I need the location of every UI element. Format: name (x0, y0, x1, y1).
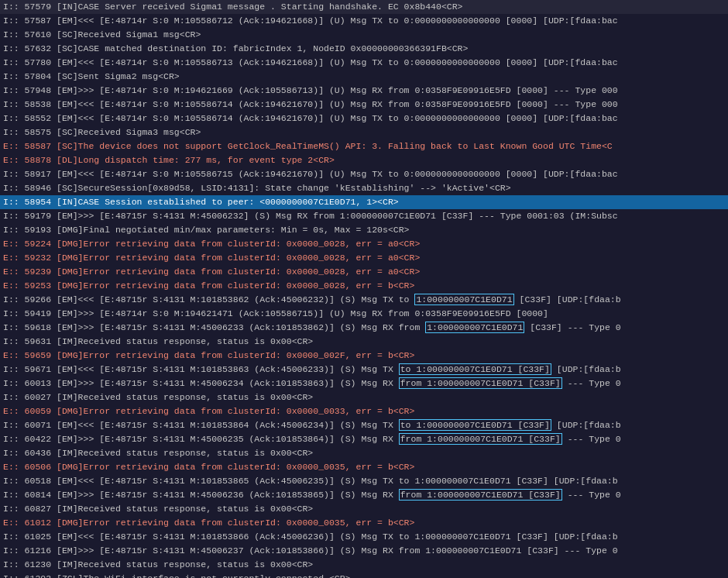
log-line[interactable]: I:: 58552 [EM]<<< [E:48714r S:0 M:105586… (0, 112, 728, 126)
log-line[interactable]: I:: 59618 [EM]>>> [E:48715r S:4131 M:450… (0, 321, 728, 335)
log-line[interactable]: I:: 58917 [EM]<<< [E:48714r S:0 M:105586… (0, 167, 728, 181)
log-prefix: E:: 59232 (3, 253, 57, 263)
log-line[interactable]: E:: 59239 [DMG]Error retrieving data fro… (0, 265, 728, 279)
log-text: [EM]<<< [E:48715r S:4131 M:101853864 (Ac… (57, 419, 621, 431)
log-prefix: E:: 60506 (3, 462, 57, 472)
highlight-box: from 1:000000007C1E0D71 [C33F] (399, 489, 562, 501)
log-prefix: I:: 57632 (3, 43, 57, 53)
log-line[interactable]: E:: 58587 [SC]The device does not suppor… (0, 139, 728, 153)
log-line[interactable]: E:: 59224 [DMG]Error retrieving data fro… (0, 237, 728, 251)
highlight-box: 1:000000007C1E0D71 (414, 294, 513, 305)
log-text: [EM]<<< [E:48714r S:0 M:105586715 (Ack:1… (57, 169, 618, 179)
log-line[interactable]: I:: 59419 [EM]>>> [E:48714r S:0 M:194621… (0, 307, 728, 321)
log-text: [EM]>>> [E:48715r S:4131 M:45006233 (Ack… (57, 322, 621, 333)
log-text: [SC]Received Sigma1 msg<CR> (57, 29, 201, 40)
log-line[interactable]: I:: 57948 [EM]>>> [E:48714r S:0 M:194621… (0, 84, 728, 98)
log-prefix: I:: 60422 (3, 434, 57, 444)
log-line[interactable]: I:: 57610 [SC]Received Sigma1 msg<CR> (0, 28, 728, 42)
log-container[interactable]: I:: 57579 [IN]CASE Server received Sigma… (0, 0, 728, 578)
log-prefix: I:: 60814 (3, 490, 57, 500)
log-text: [EM]>>> [E:48715r S:4131 M:45006234 (Ack… (57, 377, 621, 389)
log-prefix: I:: 58946 (3, 183, 57, 193)
log-text: [DMG]Error retrieving data from clusterI… (57, 267, 420, 277)
log-text: [DMG]Error retrieving data from clusterI… (57, 280, 414, 291)
log-text: [EM]<<< [E:48714r S:0 M:105586712 (Ack:1… (57, 15, 618, 26)
log-prefix: I:: 61230 (3, 559, 57, 569)
log-text: [DMG]Error retrieving data from clusterI… (57, 350, 414, 360)
log-prefix: I:: 59179 (3, 211, 57, 221)
log-line[interactable]: I:: 60518 [EM]<<< [E:48715r S:4131 M:101… (0, 474, 728, 488)
log-text: [DMG]Error retrieving data from clusterI… (57, 406, 414, 416)
log-line[interactable]: E:: 59659 [DMG]Error retrieving data fro… (0, 349, 728, 363)
log-prefix: I:: 60436 (3, 448, 57, 458)
log-text: [EM]<<< [E:48715r S:4131 M:101853865 (Ac… (57, 476, 618, 486)
log-line[interactable]: I:: 60027 [IM]Received status response, … (0, 390, 728, 404)
log-line[interactable]: I:: 59671 [EM]<<< [E:48715r S:4131 M:101… (0, 363, 728, 377)
highlight-box: from 1:000000007C1E0D71 [C33F] (399, 377, 562, 389)
log-prefix: E:: 60059 (3, 406, 57, 416)
log-text: [EM]>>> [E:48715r S:4131 M:45006235 (Ack… (57, 433, 621, 445)
log-line[interactable]: I:: 57780 [EM]<<< [E:48714r S:0 M:105586… (0, 56, 728, 70)
log-line[interactable]: I:: 59179 [EM]>>> [E:48715r S:4131 M:450… (0, 209, 728, 223)
log-line[interactable]: I:: 61216 [EM]>>> [E:48715r S:4131 M:450… (0, 544, 728, 558)
log-line[interactable]: I:: 58575 [SC]Received Sigma3 msg<CR> (0, 126, 728, 139)
highlight-box: to 1:000000007C1E0D71 [C33F] (399, 363, 551, 375)
log-line[interactable]: I:: 57579 [IN]CASE Server received Sigma… (0, 0, 728, 14)
log-prefix: I:: 57780 (3, 57, 57, 67)
log-text: [EM]<<< [E:48715r S:4131 M:101853862 (Ac… (57, 294, 621, 305)
log-line[interactable]: E:: 59253 [DMG]Error retrieving data fro… (0, 279, 728, 293)
log-prefix: E:: 58587 (3, 141, 57, 151)
log-line[interactable]: E:: 60506 [DMG]Error retrieving data fro… (0, 460, 728, 474)
log-text: [EM]>>> [E:48714r S:0 M:194621669 (Ack:1… (57, 85, 618, 95)
log-text: [DMG]Error retrieving data from clusterI… (57, 253, 420, 263)
log-line[interactable]: I:: 61025 [EM]<<< [E:48715r S:4131 M:101… (0, 530, 728, 544)
log-text: [EM]<<< [E:48714r S:0 M:105586713 (Ack:1… (57, 57, 618, 67)
highlight-box: to 1:000000007C1E0D71 [C33F] (399, 419, 551, 431)
log-line[interactable]: I:: 58538 [EM]<<< [E:48714r S:0 M:105586… (0, 98, 728, 112)
log-text: [EM]>>> [E:48714r S:0 M:194621471 (Ack:1… (57, 308, 548, 318)
log-line[interactable]: I:: 60013 [EM]>>> [E:48715r S:4131 M:450… (0, 377, 728, 390)
log-line[interactable]: I:: 57587 [EM]<<< [E:48714r S:0 M:105586… (0, 14, 728, 28)
log-text: [EM]<<< [E:48714r S:0 M:105586714 (Ack:1… (57, 113, 618, 123)
log-line[interactable]: E:: 58878 [DL]Long dispatch time: 277 ms… (0, 153, 728, 167)
log-prefix: E:: 59239 (3, 267, 57, 277)
log-line[interactable]: I:: 58946 [SC]SecureSession[0x89d58, LSI… (0, 181, 728, 195)
log-text: [IN]CASE Session established to peer: <0… (57, 197, 399, 207)
log-line[interactable]: I:: 60436 [IM]Received status response, … (0, 446, 728, 460)
highlight-box: 1:000000007C1E0D71 (425, 322, 524, 333)
log-text: [IM]Received status response, status is … (57, 504, 313, 514)
log-text: [SC]CASE matched destination ID: fabricI… (57, 43, 468, 53)
log-line[interactable]: I:: 58954 [IN]CASE Session established t… (0, 195, 728, 209)
log-line[interactable]: I:: 61293 [ZCL]The WiFi interface is not… (0, 572, 728, 578)
log-prefix: E:: 58878 (3, 155, 57, 165)
log-text: [EM]<<< [E:48715r S:4131 M:101853863 (Ac… (57, 363, 621, 375)
log-prefix: I:: 57804 (3, 71, 57, 81)
log-line[interactable]: I:: 60422 [EM]>>> [E:48715r S:4131 M:450… (0, 432, 728, 446)
log-text: [DMG]Final negotiated min/max parameters… (57, 225, 409, 235)
log-line[interactable]: I:: 59631 [IM]Received status response, … (0, 335, 728, 349)
log-line[interactable]: I:: 59193 [DMG]Final negotiated min/max … (0, 223, 728, 237)
log-text: [EM]<<< [E:48714r S:0 M:105586714 (Ack:1… (57, 99, 618, 109)
log-text: [SC]SecureSession[0x89d58, LSID:4131]: S… (57, 183, 511, 193)
log-text: [DL]Long dispatch time: 277 ms, for even… (57, 155, 335, 165)
log-line[interactable]: I:: 60071 [EM]<<< [E:48715r S:4131 M:101… (0, 418, 728, 432)
log-line[interactable]: I:: 60827 [IM]Received status response, … (0, 502, 728, 516)
log-prefix: E:: 59253 (3, 280, 57, 291)
log-line[interactable]: I:: 61230 [IM]Received status response, … (0, 558, 728, 572)
log-prefix: I:: 61025 (3, 532, 57, 542)
log-text: [EM]>>> [E:48715r S:4131 M:45006236 (Ack… (57, 489, 621, 501)
log-prefix: I:: 57948 (3, 85, 57, 95)
log-text: [EM]>>> [E:48715r S:4131 M:45006232] (S)… (57, 211, 618, 221)
log-text: [IM]Received status response, status is … (57, 392, 313, 402)
log-line[interactable]: I:: 57804 [SC]Sent Sigma2 msg<CR> (0, 70, 728, 84)
log-prefix: I:: 60518 (3, 476, 57, 486)
log-text: [DMG]Error retrieving data from clusterI… (57, 518, 414, 528)
log-line[interactable]: I:: 60814 [EM]>>> [E:48715r S:4131 M:450… (0, 488, 728, 502)
log-line[interactable]: I:: 57632 [SC]CASE matched destination I… (0, 42, 728, 56)
log-line[interactable]: E:: 61012 [DMG]Error retrieving data fro… (0, 516, 728, 530)
log-text: [IM]Received status response, status is … (57, 336, 313, 346)
log-prefix: I:: 60013 (3, 378, 57, 388)
log-line[interactable]: I:: 59266 [EM]<<< [E:48715r S:4131 M:101… (0, 293, 728, 307)
log-line[interactable]: E:: 60059 [DMG]Error retrieving data fro… (0, 404, 728, 418)
log-line[interactable]: E:: 59232 [DMG]Error retrieving data fro… (0, 251, 728, 265)
